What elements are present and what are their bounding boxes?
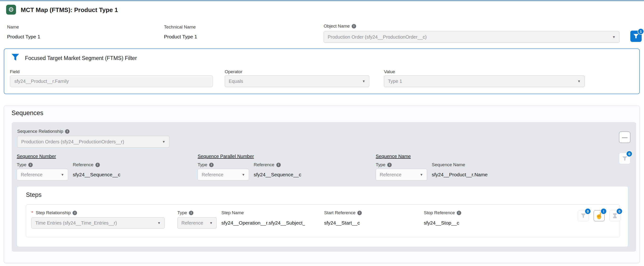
hourglass-icon <box>612 213 618 219</box>
info-icon: i <box>209 163 214 167</box>
mct-map-page: ⚙ MCT Map (FTMS): Product Type 1 Name Pr… <box>0 0 644 266</box>
name-value: Product Type 1 <box>7 34 40 39</box>
sequences-card: Sequences Sequence Relationship i Produc… <box>4 105 640 263</box>
step-relationship-label: * Step Relationship i <box>31 210 77 215</box>
ftms-filter-card: Focused Target Market Segment (FTMS) Fil… <box>4 48 640 94</box>
operator-select[interactable]: Equals ▼ <box>225 75 369 87</box>
funnel-icon <box>580 213 586 219</box>
info-icon: i <box>28 163 33 167</box>
type-label: Type i <box>198 162 214 167</box>
reference-label: Reference i <box>254 162 281 167</box>
step-filter-badge: 0 <box>585 208 591 215</box>
chevron-down-icon: ▼ <box>157 221 161 225</box>
sequences-title: Sequences <box>12 109 43 117</box>
gear-icon: ⚙ <box>8 6 14 13</box>
info-icon: i <box>357 211 362 215</box>
funnel-icon <box>11 53 20 62</box>
stop-reference-value: sfy24__Stop__c <box>424 220 459 226</box>
sequence-panel: Sequence Relationship i Production Order… <box>12 122 636 252</box>
required-marker: * <box>31 210 33 215</box>
step-wait-button[interactable]: 0 <box>609 210 620 221</box>
technical-name-label: Technical Name <box>164 24 196 30</box>
chevron-down-icon: ▼ <box>61 173 64 177</box>
step-name-label: Step Name <box>222 210 244 215</box>
step-wait-badge: 0 <box>616 208 622 215</box>
start-reference-label: Start Reference i <box>324 210 362 215</box>
chevron-down-icon: ▼ <box>242 173 245 177</box>
chevron-down-icon: ▼ <box>210 221 213 225</box>
chevron-down-icon: ▼ <box>420 173 423 177</box>
sequence-parallel-reference-value: sfy24__Sequence__c <box>254 172 301 178</box>
chevron-down-icon: ▼ <box>577 79 581 83</box>
app-gear-tile: ⚙ <box>6 5 16 14</box>
minus-icon: — <box>622 134 628 140</box>
operator-label: Operator <box>225 69 242 74</box>
field-label: Field <box>10 69 20 74</box>
sequence-parallel-type-select[interactable]: Reference ▼ <box>198 169 249 181</box>
chevron-down-icon: ▼ <box>612 35 616 39</box>
step-touch-badge: ! <box>600 208 607 215</box>
start-reference-value: sfy24__Start__c <box>324 220 360 226</box>
step-filter-button[interactable]: 0 <box>578 210 589 221</box>
value-label: Value <box>384 69 395 74</box>
info-icon: i <box>276 163 281 167</box>
info-icon: i <box>65 129 70 134</box>
value-select[interactable]: Type 1 ▼ <box>384 75 585 87</box>
name-label: Name <box>7 24 19 30</box>
chevron-down-icon: ▼ <box>162 140 165 144</box>
step-relationship-select[interactable]: Time Entries (sfy24__Time_Entries__r) ▼ <box>31 217 165 229</box>
info-icon: i <box>352 24 356 28</box>
info-icon: i <box>72 211 77 215</box>
type-label: Type i <box>376 162 392 167</box>
sequence-filter-button[interactable]: 0 <box>619 153 630 164</box>
info-icon: i <box>387 163 392 167</box>
ftms-filter-title: Focused Target Market Segment (FTMS) Fil… <box>25 55 137 61</box>
funnel-icon <box>633 33 639 39</box>
sequence-relationship-select[interactable]: Production Orders (sfy24__ProductionOrde… <box>17 136 169 148</box>
reference-label: Reference i <box>73 162 100 167</box>
sequence-name-value: sfy24__Product__r.Name <box>432 172 488 178</box>
field-input[interactable]: sfy24__Product__r.Family <box>10 75 213 87</box>
window-top-edge <box>0 0 644 1</box>
sequence-name-type-select[interactable]: Reference ▼ <box>376 169 427 181</box>
sequence-filter-badge: 0 <box>626 151 632 157</box>
map-filter-button[interactable]: 1 <box>630 31 642 42</box>
funnel-icon <box>622 156 628 162</box>
sequence-name-label: Sequence Name <box>432 162 465 167</box>
info-icon: i <box>96 163 100 167</box>
chevron-down-icon: ▼ <box>362 79 365 83</box>
steps-title: Steps <box>26 191 42 199</box>
sequence-number-heading: Sequence Number <box>17 154 56 159</box>
technical-name-value: Product Type 1 <box>164 34 197 39</box>
step-name-value: sfy24__Operation__r.sfy24__Subject__c <box>222 220 305 226</box>
step-type-label: Type i <box>177 210 194 215</box>
object-name-label: Object Name i <box>324 23 356 29</box>
steps-card: Steps * Step Relationship i Time Entries… <box>17 186 628 247</box>
object-name-select[interactable]: Production Order (sfy24__ProductionOrder… <box>324 31 620 43</box>
page-title: MCT Map (FTMS): Product Type 1 <box>21 6 118 14</box>
filter-count-badge: 1 <box>638 28 644 35</box>
type-label: Type i <box>17 162 33 167</box>
sequence-name-heading: Sequence Name <box>376 154 411 159</box>
sequence-number-type-select[interactable]: Reference ▼ <box>17 169 68 181</box>
sequence-parallel-number-heading: Sequence Parallel Number <box>198 154 254 159</box>
step-row: * Step Relationship i Time Entries (sfy2… <box>26 204 620 237</box>
info-icon: i <box>457 211 461 215</box>
remove-sequence-button[interactable]: — <box>619 132 630 143</box>
stop-reference-label: Stop Reference i <box>424 210 461 215</box>
sequence-number-reference-value: sfy24__Sequence__c <box>73 172 120 178</box>
step-touch-button[interactable]: ☝ ! <box>594 210 605 221</box>
info-icon: i <box>189 211 194 215</box>
step-type-select[interactable]: Reference ▼ <box>177 217 217 229</box>
sequence-relationship-label: Sequence Relationship i <box>17 129 70 134</box>
